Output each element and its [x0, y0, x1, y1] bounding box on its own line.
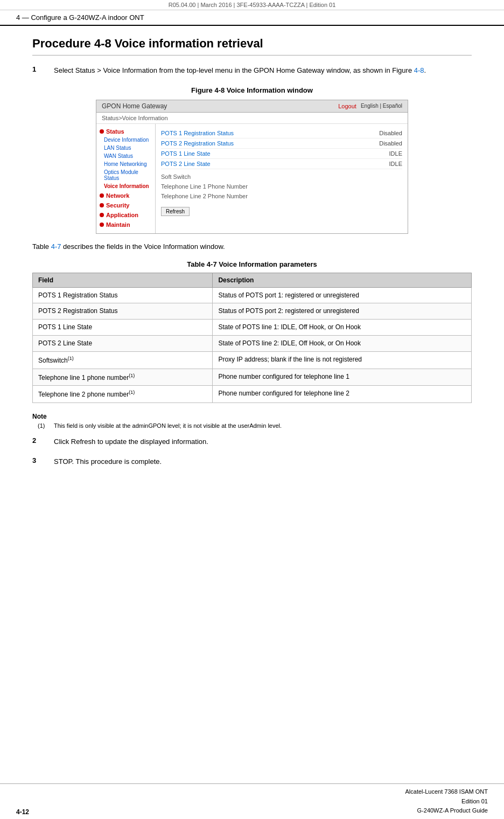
gpon-refresh-button[interactable]: Refresh: [161, 207, 190, 216]
note-text-1: This field is only visible at the adminG…: [54, 422, 282, 429]
sidebar-wan-status[interactable]: WAN Status: [96, 152, 155, 160]
gpon-lang[interactable]: English | Español: [361, 103, 402, 109]
status-group: Status Device Information LAN Status WAN…: [96, 127, 155, 190]
gpon-title: GPON Home Gateway: [102, 102, 167, 110]
table-caption: Table 4-7 Voice Information parameters: [32, 260, 472, 268]
network-label: Network: [106, 192, 129, 199]
footer-product: Alcatel-Lucent 7368 ISAM ONT: [405, 787, 488, 797]
pots1-line-value: IDLE: [389, 150, 402, 157]
pots2-line-value: IDLE: [389, 161, 402, 167]
step-2-text: Click Refresh to update the displayed in…: [54, 436, 208, 448]
gpon-body: Status Device Information LAN Status WAN…: [96, 124, 408, 233]
gpon-logout[interactable]: Logout: [338, 103, 356, 109]
table-row: POTS 1 Registration StatusStatus of POTS…: [33, 287, 472, 303]
application-dot: [100, 213, 104, 217]
col-field: Field: [33, 273, 213, 287]
note-item-1: (1) This field is only visible at the ad…: [38, 422, 472, 429]
gpon-window: GPON Home Gateway Logout English | Españ…: [96, 100, 408, 234]
application-header[interactable]: Application: [96, 211, 155, 219]
pots2-line-label: POTS 2 Line State: [161, 161, 211, 167]
main-content: Procedure 4-8 Voice information retrieva…: [0, 26, 504, 487]
description-cell: Proxy IP address; blank if the line is n…: [213, 351, 472, 369]
security-label: Security: [106, 202, 129, 209]
gpon-pots2-line: POTS 2 Line State IDLE: [161, 159, 402, 169]
maintain-dot: [100, 223, 104, 227]
description-cell: Status of POTS port 2: registered or unr…: [213, 303, 472, 320]
security-header[interactable]: Security: [96, 201, 155, 210]
network-header[interactable]: Network: [96, 191, 155, 200]
field-cell: POTS 1 Line State: [33, 320, 213, 336]
footer-page: 4-12: [16, 808, 29, 816]
step-3-text: STOP. This procedure is complete.: [54, 456, 162, 468]
description-cell: Status of POTS port 1: registered or unr…: [213, 287, 472, 303]
step-2-num: 2: [32, 436, 54, 445]
gpon-softswitch-section: Soft Switch: [161, 169, 402, 181]
description-cell: Phone number configured for telephone li…: [213, 369, 472, 386]
field-cell: Softswitch(1): [33, 351, 213, 369]
note-title: Note: [32, 413, 472, 420]
footer: 4-12 Alcatel-Lucent 7368 ISAM ONT Editio…: [0, 783, 504, 819]
step-2: 2 Click Refresh to update the displayed …: [32, 436, 472, 448]
maintain-header[interactable]: Maintain: [96, 220, 155, 229]
footer-edition: Edition 01: [405, 797, 488, 807]
status-header[interactable]: Status: [96, 127, 155, 136]
footer-guide: G-240WZ-A Product Guide: [405, 806, 488, 816]
note-box: Note (1) This field is only visible at t…: [32, 413, 472, 429]
gpon-tel2-section: Telephone Line 2 Phone Number: [161, 191, 402, 200]
chapter-text: 4 — Configure a G-240WZ-A indoor ONT: [16, 13, 144, 22]
sidebar-voice-info[interactable]: Voice Information: [96, 182, 155, 190]
pots2-reg-value: Disabled: [379, 140, 402, 147]
pots2-reg-label: POTS 2 Registration Status: [161, 140, 234, 147]
field-cell: Telephone line 2 phone number(1): [33, 386, 213, 403]
field-cell: POTS 2 Line State: [33, 335, 213, 351]
gpon-topbar-right: Logout English | Español: [338, 103, 402, 109]
table-row: POTS 2 Registration StatusStatus of POTS…: [33, 303, 472, 320]
gpon-tel1-section: Telephone Line 1 Phone Number: [161, 181, 402, 191]
procedure-title: Procedure 4-8 Voice information retrieva…: [32, 37, 472, 55]
table-link[interactable]: 4-7: [51, 242, 61, 251]
table-row: Telephone line 1 phone number(1)Phone nu…: [33, 369, 472, 386]
figure-link[interactable]: 4-8: [414, 66, 424, 74]
top-header: R05.04.00 | March 2016 | 3FE-45933-AAAA-…: [0, 0, 504, 10]
step-1: 1 Select Status > Voice Information from…: [32, 65, 472, 77]
table-row: Telephone line 2 phone number(1)Phone nu…: [33, 386, 472, 403]
sidebar-optics-module[interactable]: Optics Module Status: [96, 168, 155, 182]
field-cell: Telephone line 1 phone number(1): [33, 369, 213, 386]
col-description: Description: [213, 273, 472, 287]
security-dot: [100, 203, 104, 207]
chapter-header: 4 — Configure a G-240WZ-A indoor ONT: [0, 10, 504, 26]
note-num-1: (1): [38, 422, 54, 429]
description-cell: State of POTS line 2: IDLE, Off Hook, or…: [213, 335, 472, 351]
table-ref-text: Table 4-7 describes the fields in the Vo…: [32, 241, 472, 253]
gpon-sidebar: Status Device Information LAN Status WAN…: [96, 124, 156, 233]
pots1-reg-label: POTS 1 Registration Status: [161, 130, 234, 136]
tel2-label: Telephone Line 2 Phone Number: [161, 191, 402, 200]
network-group: Network: [96, 191, 155, 200]
gpon-pots1-line: POTS 1 Line State IDLE: [161, 149, 402, 159]
sidebar-home-networking[interactable]: Home Networking: [96, 160, 155, 168]
table-row: Softswitch(1)Proxy IP address; blank if …: [33, 351, 472, 369]
gpon-refresh-row: Refresh: [161, 204, 402, 216]
pots1-line-label: POTS 1 Line State: [161, 150, 211, 157]
header-text: R05.04.00 | March 2016 | 3FE-45933-AAAA-…: [169, 2, 336, 8]
gpon-topbar: GPON Home Gateway Logout English | Españ…: [96, 100, 408, 113]
security-group: Security: [96, 201, 155, 210]
footer-right: Alcatel-Lucent 7368 ISAM ONT Edition 01 …: [405, 787, 488, 816]
status-dot: [100, 129, 104, 134]
params-table: Field Description POTS 1 Registration St…: [32, 273, 472, 404]
sidebar-device-info[interactable]: Device Information: [96, 136, 155, 144]
step-1-num: 1: [32, 65, 54, 73]
maintain-group: Maintain: [96, 220, 155, 229]
tel1-label: Telephone Line 1 Phone Number: [161, 181, 402, 191]
status-label: Status: [106, 128, 124, 135]
softswitch-label: Soft Switch: [161, 171, 402, 181]
table-row: POTS 1 Line StateState of POTS line 1: I…: [33, 320, 472, 336]
step-3-num: 3: [32, 456, 54, 464]
sidebar-lan-status[interactable]: LAN Status: [96, 144, 155, 152]
pots1-reg-value: Disabled: [379, 130, 402, 136]
field-cell: POTS 2 Registration Status: [33, 303, 213, 320]
gpon-pots2-reg: POTS 2 Registration Status Disabled: [161, 138, 402, 149]
gpon-main-panel: POTS 1 Registration Status Disabled POTS…: [156, 124, 408, 233]
field-cell: POTS 1 Registration Status: [33, 287, 213, 303]
table-row: POTS 2 Line StateState of POTS line 2: I…: [33, 335, 472, 351]
